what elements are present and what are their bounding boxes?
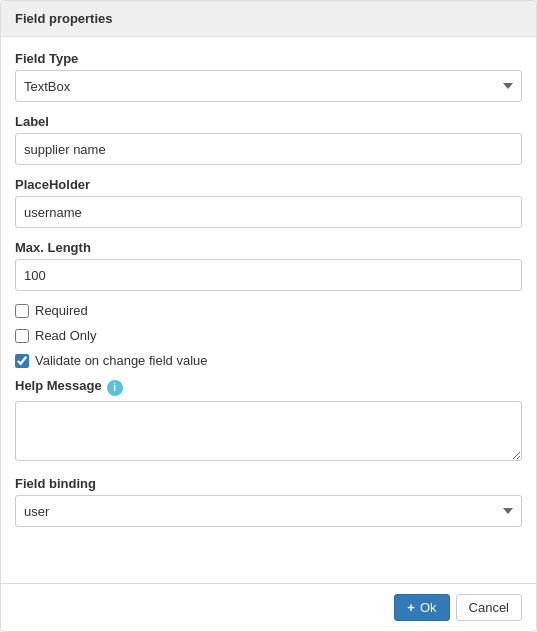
- field-properties-panel: Field properties Field Type TextBox Chec…: [0, 0, 537, 632]
- ok-label: Ok: [420, 600, 437, 615]
- validate-on-change-checkbox[interactable]: [15, 354, 29, 368]
- read-only-group: Read Only: [15, 328, 522, 343]
- help-message-group: Help Message i: [15, 378, 522, 464]
- required-group: Required: [15, 303, 522, 318]
- label-field-label: Label: [15, 114, 522, 129]
- field-binding-select[interactable]: user supplier product order: [15, 495, 522, 527]
- label-group: Label: [15, 114, 522, 165]
- placeholder-label: PlaceHolder: [15, 177, 522, 192]
- max-length-input[interactable]: [15, 259, 522, 291]
- plus-icon: +: [407, 600, 415, 615]
- field-type-select[interactable]: TextBox CheckBox DatePicker DropDown Tex…: [15, 70, 522, 102]
- field-binding-label: Field binding: [15, 476, 522, 491]
- cancel-button[interactable]: Cancel: [456, 594, 522, 621]
- field-type-label: Field Type: [15, 51, 522, 66]
- read-only-label[interactable]: Read Only: [35, 328, 96, 343]
- help-message-textarea[interactable]: [15, 401, 522, 461]
- max-length-label: Max. Length: [15, 240, 522, 255]
- panel-title: Field properties: [15, 11, 113, 26]
- field-type-group: Field Type TextBox CheckBox DatePicker D…: [15, 51, 522, 102]
- field-binding-group: Field binding user supplier product orde…: [15, 476, 522, 527]
- label-input[interactable]: [15, 133, 522, 165]
- panel-header: Field properties: [1, 1, 536, 37]
- required-checkbox[interactable]: [15, 304, 29, 318]
- validate-on-change-label[interactable]: Validate on change field value: [35, 353, 208, 368]
- panel-footer: + Ok Cancel: [1, 583, 536, 631]
- panel-body: Field Type TextBox CheckBox DatePicker D…: [1, 37, 536, 583]
- placeholder-group: PlaceHolder: [15, 177, 522, 228]
- help-message-info-icon: i: [107, 380, 123, 396]
- help-message-label-row: Help Message i: [15, 378, 522, 397]
- read-only-checkbox[interactable]: [15, 329, 29, 343]
- validate-on-change-group: Validate on change field value: [15, 353, 522, 368]
- max-length-group: Max. Length: [15, 240, 522, 291]
- placeholder-input[interactable]: [15, 196, 522, 228]
- help-message-label: Help Message: [15, 378, 102, 393]
- ok-button[interactable]: + Ok: [394, 594, 449, 621]
- required-label[interactable]: Required: [35, 303, 88, 318]
